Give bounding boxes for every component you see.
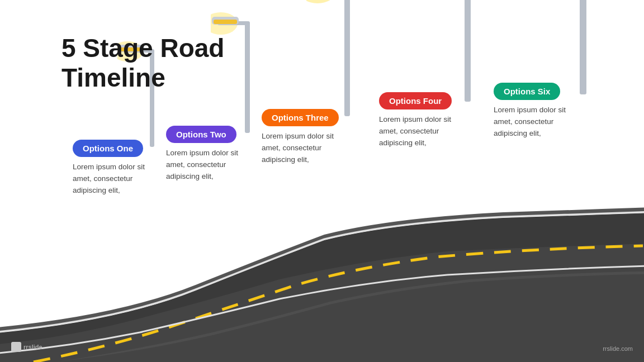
watermark-left-text: rrslide — [23, 344, 42, 350]
svg-rect-19 — [465, 0, 471, 102]
text-four: Lorem ipsum dolor sit amet, consectetur … — [379, 114, 468, 149]
text-six: Lorem ipsum dolor sit amet, consectetur … — [494, 104, 583, 140]
option-three: Options Three Lorem ipsum dolor sit amet… — [262, 109, 351, 166]
text-two: Lorem ipsum dolor sit amet, consectetur … — [166, 147, 255, 183]
watermark-icon — [11, 342, 21, 352]
lamp-three — [306, 0, 368, 120]
option-four: Options Four Lorem ipsum dolor sit amet,… — [379, 92, 468, 149]
lamp-six — [534, 0, 607, 98]
svg-rect-8 — [214, 20, 237, 24]
text-three: Lorem ipsum dolor sit amet, consectetur … — [262, 131, 351, 166]
option-one: Options One Lorem ipsum dolor sit amet, … — [73, 140, 162, 197]
page-title: 5 Stage Road Timeline — [61, 34, 224, 93]
option-two: Options Two Lorem ipsum dolor sit amet, … — [166, 126, 255, 183]
title-line2: Timeline — [61, 63, 224, 93]
watermark-left: rrslide — [11, 342, 42, 352]
option-six: Options Six Lorem ipsum dolor sit amet, … — [494, 83, 583, 140]
svg-rect-24 — [580, 0, 586, 94]
title-line1: 5 Stage Road — [61, 34, 224, 63]
text-one: Lorem ipsum dolor sit amet, consectetur … — [73, 161, 162, 197]
svg-rect-14 — [344, 0, 350, 116]
lamp-four — [423, 0, 490, 106]
watermark-right: rrslide.com — [603, 345, 633, 352]
svg-rect-9 — [245, 21, 250, 133]
svg-point-10 — [306, 0, 336, 3]
